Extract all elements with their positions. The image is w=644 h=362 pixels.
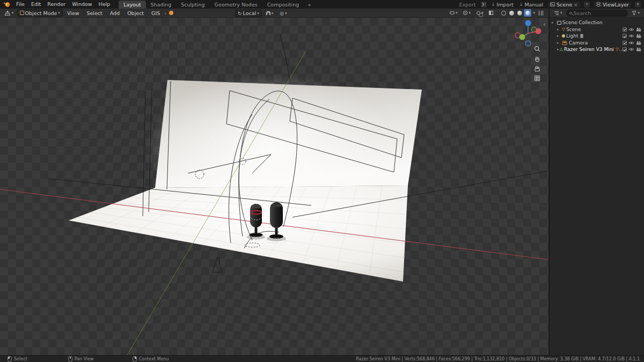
search-icon [569, 12, 572, 14]
filter-funnel-icon [632, 11, 636, 16]
solid-sphere-icon [509, 11, 514, 16]
hide-viewport-eye-icon[interactable] [628, 47, 634, 51]
gizmo-y-axis[interactable] [519, 34, 525, 40]
shading-solid-button[interactable] [508, 9, 515, 17]
pan-tool-icon[interactable] [536, 57, 539, 62]
tab-compositing[interactable]: Compositing [262, 1, 304, 9]
outliner-row-camera[interactable]: ▸ Camera [550, 40, 644, 47]
viewport-canvas[interactable]: ‹ [0, 18, 548, 355]
shading-mode-group [500, 9, 531, 17]
mode-dropdown[interactable]: Object Mode ▾ [17, 9, 63, 17]
studio-backdrop[interactable] [69, 74, 422, 282]
outliner-row-scene-collection[interactable]: ▸ Scene Collection [550, 19, 644, 26]
disable-render-camera-icon[interactable] [636, 47, 642, 51]
snap-toggle[interactable]: ▾ [264, 10, 276, 17]
shading-rendered-button[interactable] [524, 9, 531, 17]
shading-dropdown-icon[interactable]: ▾ [533, 11, 535, 15]
toggle-ortho-icon[interactable] [535, 76, 540, 81]
menu-edit[interactable]: Edit [28, 0, 44, 9]
menu-add[interactable]: Add [107, 9, 123, 18]
zoom-tool-icon[interactable] [535, 47, 540, 51]
proportional-edit-toggle[interactable]: ◎▾ [277, 10, 289, 17]
gizmo-z-neg-axis[interactable] [525, 41, 531, 46]
outliner-tree: ▸ Scene Collection ▸ ▽ Scene ▸ Light ◙ [550, 18, 644, 53]
gizmo-y-neg-axis[interactable] [532, 27, 537, 32]
hint-select: Select [8, 356, 27, 362]
menu-render[interactable]: Render [44, 0, 69, 9]
scene-statistics: Razer Seiren V3 Mini | Verts:568,846 | F… [356, 357, 644, 361]
menu-file[interactable]: File [13, 0, 28, 9]
expand-caret-icon[interactable]: ▸ [557, 34, 562, 38]
outliner-filter-dropdown[interactable]: ▾ [630, 9, 642, 17]
collapse-panel-icon[interactable]: ❱| [480, 1, 487, 8]
exclude-checkbox[interactable] [623, 34, 627, 38]
viewport-header-left: ▾ Object Mode ▾ View Select Add Object G… [0, 9, 173, 18]
transform-orientation-dropdown[interactable]: ↻ Local ▾ [235, 10, 262, 17]
hint-context-menu: Context Menu [133, 356, 169, 362]
menu-view[interactable]: View [64, 9, 83, 18]
menu-window[interactable]: Window [69, 0, 95, 9]
mode-label: Object Mode [25, 10, 57, 16]
add-workspace-tab[interactable]: + [304, 1, 314, 9]
outliner-editor-selector[interactable]: ▾ [552, 9, 565, 17]
rendered-sphere-icon [525, 11, 530, 16]
disable-render-camera-icon[interactable] [636, 41, 642, 45]
toggle-xray[interactable] [487, 9, 495, 17]
row-toggles [623, 41, 644, 45]
menu-select[interactable]: Select [83, 9, 105, 18]
blender-logo-icon[interactable] [3, 2, 11, 8]
outliner-search-input[interactable]: Search [566, 10, 628, 17]
outliner-editor-icon [554, 11, 559, 16]
outliner-panel: ▾ Search ▾ ▸ Scene Collection ▸ ▽ Scene [548, 9, 644, 355]
exclude-checkbox[interactable] [623, 47, 627, 51]
row-toggles [623, 47, 644, 51]
3d-viewport[interactable]: ‹ [0, 18, 548, 355]
tab-sculpting[interactable]: Sculpting [176, 1, 209, 9]
show-gizmos-toggle[interactable]: ▾ [461, 9, 473, 17]
menu-overflow-indicator[interactable]: › [164, 10, 166, 16]
viewlayer-options-icon[interactable]: ▾ [634, 1, 641, 8]
proportional-icon: ◎ [280, 11, 284, 16]
manual-button[interactable]: ↓Manual [518, 2, 545, 8]
menu-gis[interactable]: GIS [148, 9, 163, 18]
middle-mouse-icon [68, 356, 72, 362]
viewlayer-selector[interactable]: ViewLayer [593, 1, 632, 8]
menu-object[interactable]: Object [124, 9, 147, 18]
outliner-row-scene[interactable]: ▸ ▽ Scene [550, 26, 644, 33]
scene-selector[interactable]: Scene × [547, 1, 581, 8]
disable-render-camera-icon[interactable] [636, 27, 642, 32]
object-visibility-dropdown[interactable]: ▾ [448, 9, 460, 17]
tab-layout[interactable]: Layout [119, 1, 145, 9]
show-overlays-toggle[interactable]: ▾ [474, 9, 486, 17]
tab-shading[interactable]: Shading [146, 1, 177, 9]
collapse-region-icon[interactable]: ‹ [543, 21, 545, 28]
expand-caret-icon[interactable]: ▸ [557, 41, 562, 45]
viewport-options-icon[interactable] [537, 9, 545, 17]
shading-wireframe-button[interactable] [500, 9, 507, 17]
hide-viewport-eye-icon[interactable] [628, 41, 634, 45]
exclude-checkbox[interactable] [623, 27, 627, 32]
outliner-row-light[interactable]: ▸ Light ◙ [550, 33, 644, 40]
camera-view-icon[interactable] [535, 67, 539, 71]
disable-render-camera-icon[interactable] [636, 34, 642, 38]
tab-geometry-nodes[interactable]: Geometry Nodes [210, 1, 262, 9]
exclude-checkbox[interactable] [623, 41, 627, 45]
unlink-scene-icon[interactable]: × [574, 2, 578, 8]
outliner-row-razer-seiren[interactable]: ▸ △ Razer Seiren V3 Mini ▽ ◡ [550, 46, 644, 53]
scene-name: Scene [557, 2, 572, 8]
hide-viewport-eye-icon[interactable] [628, 27, 634, 32]
active-tool-icon[interactable] [169, 11, 173, 15]
outliner-header: ▾ Search ▾ [550, 9, 644, 18]
editor-type-selector[interactable]: ▾ [2, 9, 16, 17]
hide-viewport-eye-icon[interactable] [628, 34, 634, 38]
navigation-gizmo[interactable] [515, 20, 541, 47]
import-button[interactable]: ↓Import [490, 2, 515, 8]
gizmo-z-axis[interactable] [525, 20, 531, 26]
expand-caret-icon[interactable]: ▸ [557, 27, 562, 32]
export-button[interactable]: Export [457, 2, 477, 8]
bars-icon [539, 11, 543, 16]
expand-caret-icon[interactable]: ▸ [552, 20, 557, 25]
menu-help[interactable]: Help [96, 0, 114, 9]
shading-material-button[interactable] [516, 9, 523, 17]
new-scene-icon[interactable]: + [583, 1, 590, 8]
